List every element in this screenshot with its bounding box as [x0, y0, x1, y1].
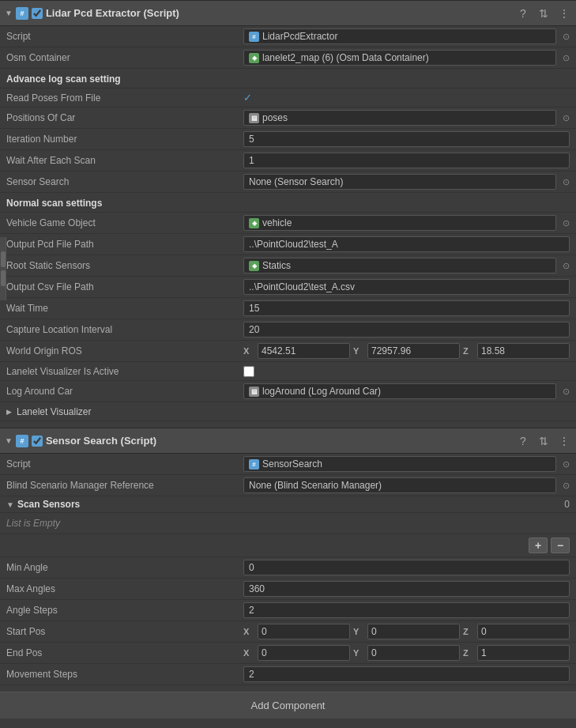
wait-after-field[interactable]: 1 — [243, 153, 570, 168]
normal-section-header: Normal scan settings — [0, 193, 576, 213]
root-static-link-icon[interactable]: ⊙ — [563, 261, 570, 271]
lidar-header: ▼ # Lidar Pcd Extractor (Script) ? ⇅ ⋮ — [0, 1, 576, 26]
lidar-enabled-checkbox[interactable] — [32, 8, 43, 19]
start-x-value: 0 — [262, 626, 267, 637]
sensor-script-label: Script — [6, 458, 243, 470]
script-field[interactable]: # LidarPcdExtractor — [243, 28, 556, 44]
vehicle-field[interactable]: ◈ vehicle — [243, 215, 556, 231]
read-poses-check[interactable]: ✓ — [243, 92, 252, 104]
sensor-help-icon[interactable]: ? — [516, 434, 530, 448]
root-static-value: Statics — [262, 260, 291, 271]
osm-link-icon[interactable]: ⊙ — [563, 53, 570, 63]
log-around-field[interactable]: ▤ logAround (Log Around Car) — [243, 383, 556, 399]
log-around-obj-icon: ▤ — [249, 387, 259, 397]
sensor-enabled-checkbox[interactable] — [32, 436, 43, 447]
min-angle-label: Min Angle — [6, 562, 243, 573]
add-list-item-btn[interactable]: + — [529, 538, 548, 553]
min-angle-row: Min Angle 0 — [0, 557, 576, 579]
add-component-bar[interactable]: Add Component — [0, 692, 576, 719]
end-z-label: Z — [463, 648, 474, 658]
min-angle-field[interactable]: 0 — [243, 560, 570, 575]
start-x-field[interactable]: 0 — [258, 624, 350, 639]
wait-time-value-container: 15 — [243, 300, 570, 316]
osm-field[interactable]: ◈ lanelet2_map (6) (Osm Data Container) — [243, 50, 556, 66]
capture-interval-value-container: 20 — [243, 322, 570, 338]
script-value: LidarPcdExtractor — [262, 31, 337, 42]
output-csv-field[interactable]: ..\PointCloud2\test_A.csv — [243, 279, 570, 295]
output-csv-value: ..\PointCloud2\test_A.csv — [249, 281, 355, 292]
log-around-value: logAround (Log Around Car) — [262, 386, 381, 397]
sensor-script-icon: # — [16, 435, 28, 447]
script-link-icon[interactable]: ⊙ — [563, 32, 570, 42]
world-y-field[interactable]: 72957.96 — [367, 343, 460, 359]
world-x-field[interactable]: 4542.51 — [258, 343, 350, 359]
list-empty-text: List is Empty — [6, 518, 60, 529]
sensor-search-value: None (Sensor Search) — [249, 176, 343, 187]
log-around-link-icon[interactable]: ⊙ — [563, 387, 570, 397]
remove-list-item-btn[interactable]: − — [551, 538, 570, 553]
sensor-script-link-icon[interactable]: ⊙ — [563, 459, 570, 470]
blind-value-container: None (Blind Scenario Manager) ⊙ — [243, 477, 570, 493]
positions-link-icon[interactable]: ⊙ — [563, 113, 570, 123]
angle-steps-field[interactable]: 2 — [243, 602, 570, 618]
start-y-field[interactable]: 0 — [367, 624, 460, 639]
start-xyz-row: X 0 Y 0 Z 0 — [243, 624, 570, 639]
world-origin-values: X 4542.51 Y 72957.96 Z 18.58 — [243, 343, 570, 359]
capture-interval-value: 20 — [249, 324, 259, 335]
world-z-field[interactable]: 18.58 — [477, 343, 570, 359]
capture-interval-field[interactable]: 20 — [243, 322, 570, 338]
lanelet-vis-label: Lanelet Visualizer Is Active — [6, 366, 243, 377]
sensor-menu-icon[interactable]: ⋮ — [557, 434, 571, 448]
sensor-script-value: SensorSearch — [262, 458, 322, 470]
wait-after-value: 1 — [249, 155, 254, 166]
blind-field[interactable]: None (Blind Scenario Manager) — [243, 477, 556, 493]
lidar-help-icon[interactable]: ? — [516, 6, 530, 21]
max-angles-field[interactable]: 360 — [243, 581, 570, 597]
iteration-value: 5 — [249, 134, 254, 145]
sensor-script-field[interactable]: # SensorSearch — [243, 456, 556, 472]
angle-steps-row: Angle Steps 2 — [0, 600, 576, 621]
positions-field[interactable]: ▤ poses — [243, 110, 556, 126]
vehicle-label: Vehicle Game Object — [6, 217, 243, 228]
lanelet-vis-checkbox[interactable] — [243, 366, 254, 377]
output-pcd-row: Output Pcd File Path ..\PointCloud2\test… — [0, 234, 576, 255]
lanelet-visualizer-row[interactable]: ▶ Lanelet Visualizer — [0, 402, 576, 421]
output-pcd-field[interactable]: ..\PointCloud2\test_A — [243, 236, 570, 252]
lidar-menu-icon[interactable]: ⋮ — [557, 6, 571, 21]
root-static-field[interactable]: ◈ Statics — [243, 258, 556, 273]
root-static-obj-icon: ◈ — [249, 261, 259, 271]
positions-label: Positions Of Car — [6, 112, 243, 123]
read-poses-row: Read Poses From File ✓ — [0, 89, 576, 108]
blind-link-icon[interactable]: ⊙ — [563, 481, 570, 491]
scan-sensors-arrow[interactable]: ▼ — [6, 500, 14, 509]
world-origin-label: World Origin ROS — [6, 345, 243, 356]
lidar-collapse-arrow[interactable]: ▼ — [5, 9, 13, 17]
start-z-field[interactable]: 0 — [477, 624, 570, 639]
output-csv-label: Output Csv File Path — [6, 281, 243, 292]
lidar-settings-icon[interactable]: ⇅ — [536, 6, 551, 21]
vehicle-link-icon[interactable]: ⊙ — [563, 218, 570, 228]
sensor-search-field[interactable]: None (Sensor Search) — [243, 174, 556, 190]
vehicle-obj-icon: ◈ — [249, 218, 259, 228]
iteration-field[interactable]: 5 — [243, 131, 570, 147]
wait-time-field[interactable]: 15 — [243, 300, 570, 316]
end-x-field[interactable]: 0 — [258, 645, 350, 661]
read-poses-value: ✓ — [243, 92, 570, 104]
end-y-value: 0 — [371, 647, 377, 658]
list-buttons-row: + − — [0, 534, 576, 557]
wait-after-row: Wait After Each Scan 1 — [0, 150, 576, 172]
sensor-search-link-icon[interactable]: ⊙ — [563, 177, 570, 187]
v-btn-1[interactable] — [1, 251, 6, 267]
sensor-settings-icon[interactable]: ⇅ — [536, 434, 551, 448]
end-y-label: Y — [353, 648, 364, 658]
movement-steps-field[interactable]: 2 — [243, 666, 570, 682]
world-x-label: X — [243, 346, 254, 356]
sensor-collapse-arrow[interactable]: ▼ — [5, 436, 13, 445]
end-y-field[interactable]: 0 — [367, 645, 460, 661]
end-z-field[interactable]: 1 — [477, 645, 570, 661]
osm-value: lanelet2_map (6) (Osm Data Container) — [262, 52, 429, 63]
v-btn-2[interactable] — [1, 270, 6, 286]
lanelet-vis-row: Lanelet Visualizer Is Active — [0, 362, 576, 381]
world-xyz-row: X 4542.51 Y 72957.96 Z 18.58 — [243, 343, 570, 359]
osm-label: Osm Container — [6, 52, 243, 63]
